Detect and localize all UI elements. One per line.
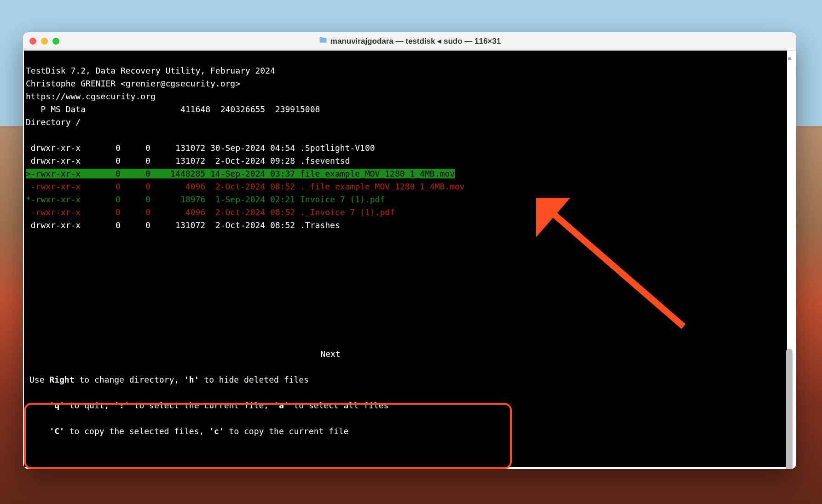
t: to change directory, — [75, 375, 184, 384]
directory-line: Directory / — [26, 117, 81, 127]
scrollbar[interactable]: ≡ — [785, 54, 793, 465]
next-label: Next — [29, 348, 507, 361]
t: to quit, — [64, 401, 114, 410]
t: to hide deleted files — [199, 375, 308, 384]
window-controls — [29, 38, 59, 45]
t: to copy the selected files, — [64, 426, 209, 436]
close-button[interactable] — [29, 38, 36, 45]
key-cap-c: 'C' — [49, 426, 64, 436]
t — [29, 401, 49, 410]
zoom-button[interactable] — [52, 38, 59, 45]
t — [29, 426, 49, 436]
t: to copy the current file — [224, 426, 349, 436]
header-url: https://www.cgsecurity.org — [26, 92, 156, 101]
key-a: 'a' — [274, 401, 289, 410]
file-row[interactable]: >-rwxr-xr-x 0 0 1448285 14-Sep-2024 03:3… — [26, 169, 455, 178]
key-right: Right — [49, 375, 74, 384]
t: to select the current file, — [129, 401, 274, 410]
file-row[interactable]: drwxr-xr-x 0 0 131072 2-Oct-2024 09:28 .… — [26, 156, 350, 166]
partition-line: P MS Data 411648 240326655 239915008 — [26, 104, 320, 114]
instructions: Next Use Right to change directory, 'h' … — [25, 331, 512, 466]
file-row[interactable]: drwxr-xr-x 0 0 131072 30-Sep-2024 04:54 … — [26, 143, 375, 153]
t: to select all files — [289, 401, 389, 410]
terminal-window: manuvirajgodara — testdisk ◂ sudo — 116×… — [23, 32, 796, 469]
key-c: 'c' — [209, 426, 224, 436]
file-row[interactable]: *-rwxr-xr-x 0 0 18976 1-Sep-2024 02:21 I… — [26, 195, 385, 204]
file-row[interactable]: -rwxr-xr-x 0 0 4096 2-Oct-2024 08:52 ._I… — [26, 207, 395, 217]
header-program: TestDisk 7.2, Data Recovery Utility, Feb… — [26, 66, 275, 75]
window-title: manuvirajgodara — testdisk ◂ sudo — 116×… — [330, 36, 501, 46]
t: Use — [29, 375, 49, 384]
key-h: 'h' — [184, 375, 199, 384]
titlebar: manuvirajgodara — testdisk ◂ sudo — 116×… — [23, 32, 796, 51]
scrollbar-thumb[interactable] — [786, 349, 793, 469]
file-row[interactable]: -rwxr-xr-x 0 0 4096 2-Oct-2024 08:52 ._f… — [26, 182, 465, 191]
key-q: 'q' — [49, 401, 64, 410]
folder-icon — [318, 35, 328, 47]
terminal-body[interactable]: TestDisk 7.2, Data Recovery Utility, Feb… — [24, 51, 787, 467]
minimize-button[interactable] — [41, 38, 48, 45]
header-author: Christophe GRENIER <grenier@cgsecurity.o… — [26, 79, 240, 88]
key-colon: ':' — [114, 401, 129, 410]
file-row[interactable]: drwxr-xr-x 0 0 131072 2-Oct-2024 08:52 .… — [26, 220, 340, 230]
